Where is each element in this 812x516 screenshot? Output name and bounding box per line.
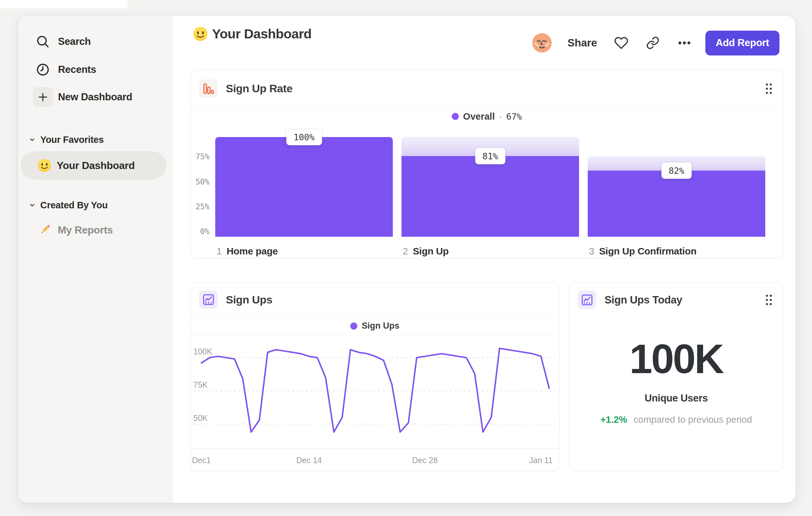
legend-overall[interactable]: Overall · 67%: [191, 108, 783, 125]
y-axis-tick: 100K: [193, 347, 212, 356]
funnel-value-badge: 81%: [475, 148, 505, 164]
copy-link-icon[interactable]: [645, 35, 660, 50]
y-axis-tick: 0%: [191, 227, 209, 236]
funnel-step-label: 2 Sign Up: [403, 246, 448, 257]
sidebar-item-label: Your Dashboard: [57, 160, 135, 171]
legend-value: 67%: [506, 112, 522, 121]
legend-dot-icon: [452, 113, 459, 120]
funnel-bar-sign-up-confirmation[interactable]: 82%: [588, 137, 765, 237]
funnel-bar-sign-up[interactable]: 81%: [402, 137, 579, 237]
sidebar-section-your-favorites[interactable]: Your Favorites: [18, 132, 173, 147]
drag-handle-icon[interactable]: [763, 80, 775, 97]
smiley-emoji-icon: [193, 26, 208, 42]
delta-note: compared to previous period: [634, 414, 752, 425]
funnel-value-badge: 100%: [286, 129, 322, 145]
sign-up-rate-card: Sign Up Rate Overall · 67% 75% 50% 25% 0…: [191, 70, 783, 258]
app-window: Search Recents New Dashboard: [18, 15, 796, 503]
sidebar-item-your-dashboard[interactable]: Your Dashboard: [21, 151, 166, 180]
sidebar-item-label: Search: [58, 36, 91, 47]
line-chart-icon: [199, 291, 218, 309]
sidebar-item-my-reports[interactable]: My Reports: [21, 217, 166, 243]
step-number: 2: [403, 246, 408, 257]
user-avatar[interactable]: [532, 33, 552, 53]
sign-ups-today-card: Sign Ups Today 100K Unique Users +1.2% c…: [569, 282, 783, 471]
legend-sign-ups[interactable]: Sign Ups: [191, 317, 559, 335]
sidebar-item-label: New Dashboard: [58, 91, 132, 103]
card-header: Sign Ups Today: [569, 283, 783, 317]
sidebar-item-label: Recents: [58, 64, 96, 76]
sidebar-section-title: Created By You: [40, 200, 108, 211]
step-name: Sign Up Confirmation: [599, 246, 696, 257]
y-axis-tick: 50K: [193, 413, 207, 423]
card-title: Sign Ups Today: [605, 294, 682, 306]
search-icon: [33, 32, 53, 52]
chevron-down-icon: [29, 201, 36, 209]
funnel-chart-icon: [199, 79, 218, 98]
sidebar: Search Recents New Dashboard: [18, 16, 173, 503]
legend-label: Overall: [463, 111, 495, 122]
metric-value: 100K: [569, 335, 783, 382]
card-header: Sign Up Rate: [191, 70, 783, 107]
funnel-bar-fill: [402, 156, 579, 237]
chevron-down-icon: [29, 136, 36, 143]
x-axis-tick: Jan 11: [529, 456, 553, 465]
funnel-value-badge: 82%: [661, 162, 692, 179]
sidebar-section-created-by-you[interactable]: Created By You: [18, 197, 173, 213]
sign-ups-card: Sign Ups Sign Ups 100K 75K 50K Dec1 Dec …: [191, 282, 559, 471]
more-options-icon[interactable]: [677, 35, 692, 50]
legend-dot-icon: [350, 323, 357, 330]
delta-value: +1.2%: [600, 414, 627, 425]
favorite-heart-icon[interactable]: [614, 35, 629, 50]
smiley-emoji-icon: [37, 158, 52, 172]
sidebar-item-new-dashboard[interactable]: New Dashboard: [18, 87, 173, 107]
drag-handle-icon[interactable]: [763, 292, 775, 308]
sidebar-item-search[interactable]: Search: [18, 31, 173, 52]
metric-delta-row: +1.2% compared to previous period: [569, 414, 783, 425]
sidebar-item-label: My Reports: [58, 224, 113, 236]
top-strip: [0, 0, 127, 8]
x-axis-tick: Dec1: [192, 456, 211, 465]
add-report-button[interactable]: Add Report: [705, 31, 779, 55]
plus-icon: [33, 87, 53, 107]
step-number: 1: [216, 246, 222, 257]
funnel-step-label: 3 Sign Up Confirmation: [589, 246, 696, 257]
sign-ups-line-chart: [191, 336, 560, 452]
page-title: Your Dashboard: [212, 26, 312, 42]
funnel-bar-fill: [215, 137, 393, 237]
y-axis-tick: 75%: [191, 152, 209, 161]
sidebar-item-recents[interactable]: Recents: [18, 59, 173, 80]
clock-icon: [33, 60, 53, 80]
line-chart-icon: [578, 291, 596, 309]
step-name: Home page: [227, 246, 278, 257]
funnel-bar-home-page[interactable]: 100%: [215, 137, 393, 237]
metric-label: Unique Users: [569, 392, 783, 404]
x-axis-tick: Dec 14: [296, 456, 322, 465]
step-number: 3: [589, 246, 594, 257]
card-title: Sign Ups: [226, 294, 272, 306]
dashboard-header: Your Dashboard Share: [173, 16, 796, 70]
funnel-step-label: 1 Home page: [216, 246, 278, 257]
legend-separator: ·: [499, 111, 502, 122]
sidebar-section-title: Your Favorites: [40, 134, 104, 145]
pencil-emoji-icon: [38, 223, 53, 237]
card-title: Sign Up Rate: [226, 82, 293, 95]
legend-label: Sign Ups: [361, 321, 399, 331]
funnel-bar-fill: [588, 171, 765, 237]
y-axis-tick: 75K: [193, 380, 207, 389]
x-axis-tick: Dec 28: [412, 456, 438, 465]
share-button[interactable]: Share: [568, 37, 597, 49]
y-axis-tick: 25%: [191, 202, 209, 211]
card-header: Sign Ups: [191, 283, 559, 317]
step-name: Sign Up: [413, 246, 448, 257]
y-axis-tick: 50%: [191, 178, 209, 186]
